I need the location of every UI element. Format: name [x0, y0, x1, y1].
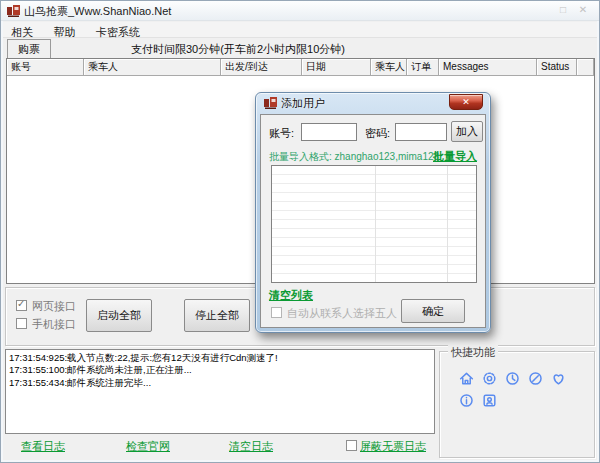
batch-format-hint: 批量导入格式: zhanghao123,mima123: [269, 150, 439, 164]
home-icon[interactable]: [458, 370, 475, 387]
clock-icon[interactable]: [504, 370, 521, 387]
listbox-gridline: [375, 166, 376, 282]
menu-card-system[interactable]: 卡密系统: [88, 24, 148, 41]
auto-select-label: 自动从联系人选择五人: [287, 306, 397, 321]
join-button[interactable]: 加入: [451, 121, 483, 142]
phone-api-checkbox[interactable]: [16, 318, 27, 329]
col-order[interactable]: 订单: [407, 59, 439, 76]
window-title: 山鸟抢票_Www.ShanNiao.Net: [24, 4, 171, 19]
col-account[interactable]: 账号: [7, 59, 84, 76]
password-input[interactable]: [395, 123, 447, 141]
dialog-title-bar: 添加用户 ✕: [256, 93, 490, 113]
col-messages[interactable]: Messages: [439, 59, 537, 76]
ok-button[interactable]: 确定: [401, 299, 465, 323]
close-button[interactable]: ✕: [575, 4, 591, 15]
col-route[interactable]: 出发/到达: [221, 59, 302, 76]
dialog-close-button[interactable]: ✕: [449, 94, 483, 110]
password-label: 密码:: [365, 126, 390, 141]
user-listbox[interactable]: [271, 165, 477, 283]
log-line: 17:31:55:100:邮件系统尚未注册,正在注册...: [9, 364, 431, 376]
contact-card-icon[interactable]: [481, 392, 498, 409]
dialog-logo-icon: [264, 97, 277, 109]
hide-no-ticket-label[interactable]: 屏蔽无票日志: [360, 439, 426, 454]
dialog-body: 账号: 密码: 加入 批量导入格式: zhanghao123,mima123 批…: [260, 114, 486, 328]
log-line: 17:31:55:434:邮件系统注册完毕...: [9, 377, 431, 389]
log-link-bar: 查看日志 检查官网 清空日志 屏蔽无票日志: [1, 439, 435, 455]
menu-help[interactable]: 帮助: [45, 24, 83, 41]
start-all-button[interactable]: 启动全部: [86, 299, 152, 332]
col-extra: [577, 59, 594, 76]
account-input[interactable]: [301, 123, 357, 141]
view-log-link[interactable]: 查看日志: [21, 439, 65, 454]
maximize-button[interactable]: □: [555, 4, 571, 15]
title-bar: 山鸟抢票_Www.ShanNiao.Net □ ✕: [1, 1, 599, 21]
heart-icon[interactable]: [550, 370, 567, 387]
quick-functions-groupbox: 快捷功能: [439, 351, 595, 458]
tab-buy-ticket[interactable]: 购票: [7, 39, 51, 58]
clear-log-link[interactable]: 清空日志: [229, 439, 273, 454]
web-api-checkbox[interactable]: ✓: [16, 300, 27, 311]
col-passenger[interactable]: 乘车人: [84, 59, 221, 76]
quick-functions-title: 快捷功能: [448, 345, 498, 360]
col-passenger2[interactable]: 乘车人: [371, 59, 407, 76]
stop-all-button[interactable]: 停止全部: [184, 299, 250, 332]
app-window: 山鸟抢票_Www.ShanNiao.Net □ ✕ 相关 帮助 卡密系统 购票 …: [0, 0, 600, 463]
payment-time-notice: 支付时间限30分钟(开车前2小时内限10分钟): [131, 42, 345, 57]
check-icon: ✓: [17, 298, 25, 309]
log-output: 17:31:54:925:载入节点数:22,提示:您有12天没有进行Cdn测速了…: [5, 349, 435, 434]
add-user-dialog: 添加用户 ✕ 账号: 密码: 加入 批量导入格式: zhanghao123,mi…: [255, 92, 491, 333]
auto-select-checkbox[interactable]: [271, 307, 282, 318]
account-label: 账号:: [269, 126, 294, 141]
dialog-title: 添加用户: [281, 96, 325, 111]
settings-gear-icon[interactable]: [481, 370, 498, 387]
hide-no-ticket-checkbox[interactable]: [346, 440, 357, 451]
batch-import-link[interactable]: 批量导入: [433, 149, 477, 164]
clear-list-link[interactable]: 清空列表: [269, 288, 313, 303]
listbox-gridline: [447, 166, 448, 282]
log-line: 17:31:54:925:载入节点数:22,提示:您有12天没有进行Cdn测速了…: [9, 352, 431, 364]
col-date[interactable]: 日期: [302, 59, 371, 76]
info-icon[interactable]: [458, 392, 475, 409]
compass-icon[interactable]: [527, 370, 544, 387]
table-header-row: 账号 乘车人 出发/到达 日期 乘车人 订单 Messages Status: [7, 59, 594, 76]
web-api-label: 网页接口: [32, 299, 76, 314]
phone-api-label: 手机接口: [32, 317, 76, 332]
menu-bar: 相关 帮助 卡密系统: [3, 22, 597, 38]
col-status[interactable]: Status: [537, 59, 577, 76]
app-logo-icon: [7, 5, 20, 17]
check-site-link[interactable]: 检查官网: [126, 439, 170, 454]
